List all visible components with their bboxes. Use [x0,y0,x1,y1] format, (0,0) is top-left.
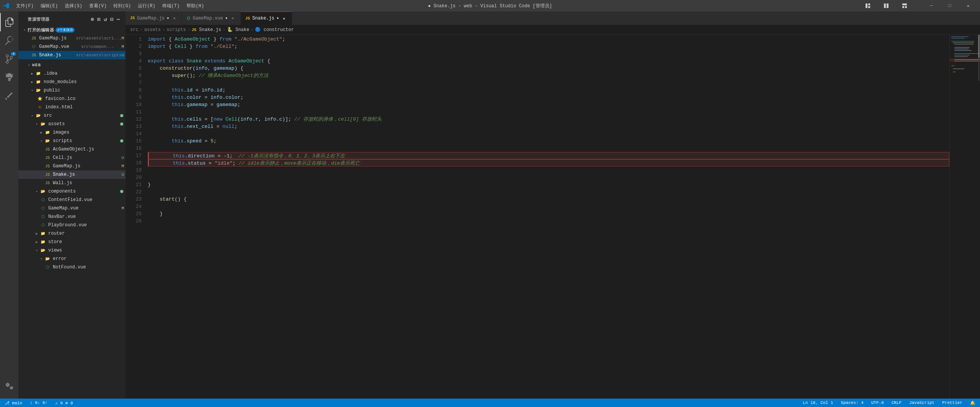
gamemapvue-file[interactable]: ⬡ GameMap.vue M [18,204,126,212]
open-editor-snakejs[interactable]: JS Snake.js src\assets\scripts U [18,51,126,59]
store-folder[interactable]: ▶ 📁 store [18,238,126,246]
folder-icon: 📁 [35,70,41,77]
activity-search[interactable] [0,31,18,50]
idea-folder[interactable]: ▶ 📁 .idea [18,69,126,78]
code-line-23: start() { [148,196,949,203]
activity-debug[interactable] [0,68,18,87]
node-modules-folder[interactable]: ▶ 📁 node_modules [18,78,126,86]
status-language[interactable]: JavaScript [908,400,936,405]
menu-goto[interactable]: 转到(G) [110,2,134,10]
split-button[interactable] [877,0,895,11]
maximize-button[interactable]: □ [941,0,959,11]
menu-bar[interactable]: 文件(F) 编辑(E) 选择(S) 查看(V) 转到(G) 运行(R) 终端(T… [13,2,207,10]
favicon-file[interactable]: ⭐ favicon.ico [18,95,126,103]
code-content[interactable]: import { AcGameObject } from "./AcGameOb… [145,35,949,399]
svg-rect-2 [868,6,870,8]
contentfield-file[interactable]: ⬡ ContentField.vue [18,196,126,204]
menu-help[interactable]: 帮助(H) [183,2,207,10]
web-folder-header[interactable]: ▾ WEB [18,61,126,69]
status-git-branch[interactable]: ⎇ main [3,400,24,405]
window-title: ● Snake.js - web - Visual Studio Code [管… [428,3,552,9]
menu-file[interactable]: 文件(F) [13,2,37,10]
new-folder-button[interactable]: ⊞ [96,15,101,23]
open-editor-gamemapvue[interactable]: ⬡ GameMap.vue src\compon... M [18,42,126,51]
tab-close-gamemapjs[interactable]: ✕ [171,15,177,21]
open-editor-gamemapjs[interactable]: JS GameMap.js src\assets\scri... M [18,34,126,42]
status-errors[interactable]: ⚠ 0 ⊗ 0 [54,400,74,405]
new-file-button[interactable]: ⊕ [90,15,95,23]
scripts-folder[interactable]: ▾ 📂 scripts [18,137,126,145]
tab-close-gamemapvue[interactable]: ✕ [230,15,236,21]
breadcrumb-constructor[interactable]: 🔵 constructor [255,27,294,33]
minimap[interactable] [949,35,980,399]
acgameobject-file[interactable]: JS AcGameObject.js [18,145,126,154]
editor-area: JS GameMap.js ● ✕ ⬡ GameMap.vue ● ✕ JS S… [126,11,980,399]
svg-rect-12 [953,42,974,43]
close-button[interactable]: ✕ [959,0,977,11]
assets-folder[interactable]: ▾ 📂 assets [18,120,126,128]
layout-button[interactable] [859,0,877,11]
menu-run[interactable]: 运行(R) [135,2,158,10]
vue-icon: ⬡ [31,44,37,50]
activity-source-control[interactable]: 4 [0,50,18,68]
indexhtml-file[interactable]: ⊞ index.html [18,103,126,111]
cell-file[interactable]: JS Cell.js U [18,154,126,162]
window-controls[interactable]: ─ □ ✕ [859,0,977,11]
svg-rect-3 [884,3,886,8]
minimize-button[interactable]: ─ [923,0,940,11]
components-folder[interactable]: ▾ 📂 components [18,187,126,196]
folder-icon: 📂 [35,113,41,119]
status-formatter[interactable]: Prettier [941,400,964,405]
tab-gamemapvue[interactable]: ⬡ GameMap.vue ● ✕ [182,11,241,25]
breadcrumb-snake-class[interactable]: 🐍 Snake [227,27,249,33]
svg-rect-22 [954,61,979,62]
sidebar-actions[interactable]: ⊕ ⊞ ↺ ⊟ ⋯ [90,15,121,23]
status-spaces[interactable]: Spaces: 4 [839,400,865,405]
breadcrumb-snakejs[interactable]: JS Snake.js [192,27,221,33]
activity-explorer[interactable] [0,13,18,31]
code-line-6: super(); // 继承AcGameObject的方法 [148,72,949,79]
gamemapjs-file[interactable]: JS GameMap.js M [18,162,126,170]
views-folder[interactable]: ▾ 📂 views [18,246,126,255]
status-line-endings[interactable]: CRLF [890,400,903,405]
activity-settings[interactable] [0,377,18,396]
web-folder-label: WEB [32,63,41,67]
menu-edit[interactable]: 编辑(E) [38,2,61,10]
customize-layout-button[interactable] [896,0,913,11]
code-line-5: constructor(info, gamemap) { [148,65,949,72]
open-editors-section[interactable]: ▾ 打开的编辑器 2个未保存 [18,26,126,34]
breadcrumb-assets[interactable]: assets [144,27,161,33]
wall-file[interactable]: JS Wall.js [18,179,126,187]
menu-select[interactable]: 选择(S) [62,2,85,10]
status-notifications[interactable]: 🔔 [969,400,977,405]
src-folder[interactable]: ▾ 📂 src [18,111,126,120]
playground-file[interactable]: ⬡ PlayGround.vue [18,221,126,229]
tab-snakejs[interactable]: JS Snake.js ● ✕ [241,11,292,25]
refresh-button[interactable]: ↺ [103,15,108,23]
code-editor[interactable]: 1 2 3 4 5 6 7 8 9 10 11 12 13 14 15 16 1… [126,35,980,399]
customize-layout-icon [902,3,907,8]
collapse-button[interactable]: ⊟ [109,15,114,23]
status-sync[interactable]: ↕ 0↓ 0↑ [28,400,49,405]
store-arrow: ▶ [34,239,40,245]
snakejs-file[interactable]: JS Snake.js U [18,170,126,179]
status-line-col[interactable]: Ln 18, Col 1 [801,400,835,405]
tab-close-snakejs[interactable]: ✕ [281,15,287,21]
public-folder[interactable]: ▾ 📂 public [18,86,126,95]
code-line-8: this.id = info.id; [148,87,949,94]
menu-view[interactable]: 查看(V) [86,2,110,10]
code-line-3 [148,50,949,57]
navbar-file[interactable]: ⬡ NavBar.vue [18,212,126,221]
vue-icon: ⬡ [44,264,51,270]
error-folder[interactable]: ▾ 📂 error [18,255,126,263]
tab-gamemapjs[interactable]: JS GameMap.js ● ✕ [126,11,182,25]
more-actions-button[interactable]: ⋯ [116,15,121,23]
status-encoding[interactable]: UTF-8 [870,400,885,405]
images-folder[interactable]: ▶ 📁 images [18,128,126,137]
breadcrumb-src[interactable]: src [130,27,139,33]
router-folder[interactable]: ▶ 📁 router [18,229,126,238]
notfound-file[interactable]: ⬡ NotFound.vue [18,263,126,271]
activity-extensions[interactable] [0,87,18,105]
menu-terminal[interactable]: 终端(T) [159,2,183,10]
breadcrumb-scripts[interactable]: scripts [167,27,186,33]
